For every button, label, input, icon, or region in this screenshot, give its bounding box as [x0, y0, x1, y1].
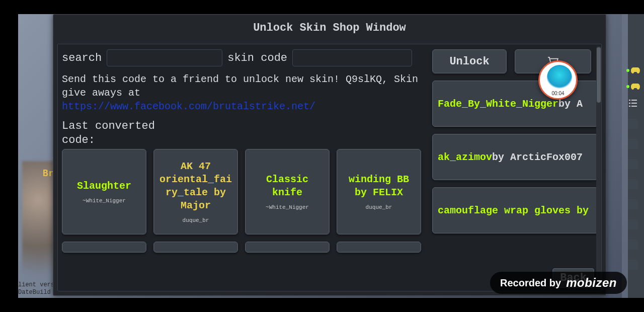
- skin-code-input[interactable]: [292, 49, 412, 66]
- gamepad-icon: [631, 84, 640, 90]
- giveaway-link[interactable]: https://www.facebook.com/brutalstrike.ne…: [62, 101, 315, 112]
- skin-card[interactable]: [245, 242, 330, 253]
- svg-rect-3: [631, 103, 637, 104]
- skin-card[interactable]: [153, 242, 238, 253]
- skin-card-title: AK 47 oriental_fairy_tale by Major: [157, 160, 234, 212]
- hud-slot: [628, 179, 638, 189]
- modal-title: Unlock Skin Shop Window: [53, 15, 606, 39]
- player-indicator-2: [626, 84, 640, 90]
- search-label: search: [62, 52, 102, 64]
- hud-slot: [628, 199, 638, 209]
- hud-slot: [628, 240, 638, 250]
- skin-code-label: skin code: [227, 52, 287, 64]
- skin-card-title: winding BB by FELIX: [340, 173, 418, 199]
- list-icon[interactable]: [629, 100, 637, 109]
- skin-card[interactable]: Slaughter ~White_Nigger: [62, 149, 146, 235]
- svg-rect-4: [629, 106, 630, 107]
- search-input[interactable]: [107, 49, 222, 66]
- recorder-avatar: 00:04: [538, 60, 578, 100]
- right-hud-strip: [622, 14, 644, 298]
- skin-card[interactable]: winding BB by FELIX duque_br: [337, 149, 421, 235]
- skin-card-author: ~White_Nigger: [266, 204, 309, 210]
- scrollbar-thumb[interactable]: [597, 47, 601, 103]
- last-converted-label: Last converted code:: [62, 119, 173, 147]
- hud-slot: [628, 219, 638, 229]
- player-indicator-1: [626, 67, 640, 73]
- skin-shop-modal: Unlock Skin Shop Window search skin code…: [53, 14, 606, 296]
- watermark-prefix: Recorded by: [500, 277, 561, 289]
- side-skin-item[interactable]: ak_azimov by ArcticFox007: [432, 134, 598, 180]
- unlock-button[interactable]: Unlock: [432, 49, 507, 73]
- svg-rect-1: [631, 100, 637, 101]
- svg-rect-5: [631, 106, 637, 107]
- info-text: Send this code to a friend to unlock new…: [62, 72, 427, 113]
- recorder-watermark: Recorded by mobizen: [490, 272, 627, 294]
- skin-card-author: ~White_Nigger: [83, 198, 126, 204]
- svg-rect-0: [629, 100, 630, 101]
- gamepad-icon: [631, 67, 640, 73]
- background-version-text: lient vers DateBuild: [18, 281, 54, 297]
- side-skin-item[interactable]: camouflage wrap gloves by: [432, 187, 598, 233]
- skin-card[interactable]: AK 47 oriental_fairy_tale by Major duque…: [153, 149, 238, 235]
- skin-card-title: Classic knife: [249, 173, 326, 199]
- mobizen-logo: mobizen: [566, 276, 617, 290]
- hud-slot: [628, 119, 638, 129]
- background-art-label: Br: [43, 168, 54, 178]
- skin-card-author: duque_br: [183, 217, 209, 223]
- hud-slot: [628, 139, 638, 149]
- skin-card-author: duque_br: [366, 204, 392, 210]
- skin-card-title: Slaughter: [77, 180, 131, 193]
- svg-rect-2: [629, 103, 630, 104]
- skin-card[interactable]: [62, 242, 146, 253]
- scrollbar[interactable]: [596, 46, 601, 289]
- skin-card[interactable]: Classic knife ~White_Nigger: [245, 149, 330, 235]
- skin-card[interactable]: [337, 242, 421, 253]
- hud-slot: [628, 159, 638, 169]
- hud-slot: [628, 260, 638, 270]
